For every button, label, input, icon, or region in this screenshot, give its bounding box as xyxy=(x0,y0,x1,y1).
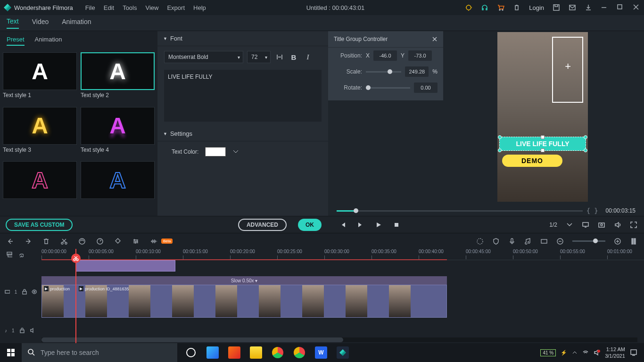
zoom-slider[interactable] xyxy=(572,240,605,242)
text-color-swatch[interactable] xyxy=(205,147,226,156)
timeline-ruler[interactable]: 00:00:00:0000:00:05:0000:00:10:0000:00:1… xyxy=(41,249,644,260)
music-icon[interactable] xyxy=(524,238,532,245)
mic-icon[interactable] xyxy=(508,238,516,245)
font-size-dropdown[interactable]: 72 xyxy=(247,51,271,63)
page-dropdown-icon[interactable] xyxy=(566,221,573,229)
taskbar-search[interactable]: Type here to search xyxy=(22,343,177,362)
zoom-out-icon[interactable] xyxy=(556,238,564,245)
link-icon[interactable] xyxy=(78,238,86,245)
timeline-scrollbar[interactable] xyxy=(41,337,637,342)
italic-button[interactable]: I xyxy=(303,52,313,62)
speed-icon[interactable] xyxy=(96,238,104,245)
resize-handle-bm[interactable] xyxy=(541,148,545,152)
menu-export[interactable]: Export xyxy=(167,4,185,11)
clock[interactable]: 1:12 AM 3/1/2021 xyxy=(605,346,625,359)
text-color-dropdown-icon[interactable] xyxy=(232,148,239,155)
trash-icon[interactable] xyxy=(513,4,520,11)
preset-item-1[interactable]: AText style 1 xyxy=(3,52,77,104)
save-as-custom-button[interactable]: SAVE AS CUSTOM xyxy=(6,219,73,231)
login-link[interactable]: Login xyxy=(529,4,544,11)
menu-tools[interactable]: Tools xyxy=(123,4,137,11)
preset-item-2[interactable]: AText style 2 xyxy=(81,52,155,104)
settings-section-header[interactable]: Settings xyxy=(157,126,328,141)
taskbar-movies[interactable] xyxy=(203,343,223,362)
resize-handle-bl[interactable] xyxy=(498,148,502,152)
fullscreen-icon[interactable] xyxy=(630,221,637,229)
fit-timeline-icon[interactable] xyxy=(630,238,637,245)
step-forward-icon[interactable] xyxy=(357,222,364,228)
aspect-icon[interactable] xyxy=(540,238,548,245)
stop-icon[interactable] xyxy=(393,222,400,228)
font-section-header[interactable]: Font xyxy=(157,31,328,46)
video-clip[interactable]: production production ID_4881635 xyxy=(41,285,447,318)
menu-help[interactable]: Help xyxy=(193,4,206,11)
timeline-layers-icon[interactable] xyxy=(7,252,12,257)
download-icon[interactable] xyxy=(585,4,592,11)
timeline-link-icon[interactable] xyxy=(18,252,24,257)
tab-video[interactable]: Video xyxy=(32,18,49,28)
window-minimize-icon[interactable] xyxy=(601,4,608,11)
position-x-input[interactable]: -46.0 xyxy=(373,50,397,61)
menu-edit[interactable]: Edit xyxy=(104,4,114,11)
snapshot-icon[interactable] xyxy=(598,221,605,229)
menu-view[interactable]: View xyxy=(145,4,158,11)
wifi-icon[interactable] xyxy=(582,349,589,356)
scale-input[interactable]: 249.28 xyxy=(405,66,429,77)
font-family-dropdown[interactable]: Montserrat Bold xyxy=(164,51,243,63)
brace-open-icon[interactable]: { xyxy=(586,207,590,214)
tray-chevron-icon[interactable] xyxy=(572,350,578,355)
taskbar-word[interactable]: W xyxy=(311,343,331,362)
taskbar-filmora[interactable] xyxy=(333,343,353,362)
resize-handle-tm[interactable] xyxy=(541,135,545,139)
display-icon[interactable] xyxy=(582,221,589,229)
taskbar-chrome[interactable] xyxy=(268,343,288,362)
start-button[interactable] xyxy=(0,343,22,362)
bold-button[interactable]: B xyxy=(289,52,299,62)
volume-icon[interactable] xyxy=(614,221,621,229)
zoom-in-icon[interactable] xyxy=(614,238,621,245)
taskbar-cortana[interactable] xyxy=(181,343,201,362)
playhead-cut-icon[interactable] xyxy=(71,254,81,263)
rotate-input[interactable]: 0.00 xyxy=(414,82,438,93)
battery-indicator[interactable]: 41 % xyxy=(540,349,556,356)
save-icon[interactable] xyxy=(553,4,560,11)
cart-icon[interactable] xyxy=(497,4,504,11)
taskbar-explorer[interactable] xyxy=(246,343,266,362)
speed-bar[interactable]: Slow 0.50x ▾ xyxy=(41,276,447,285)
render-icon[interactable] xyxy=(476,238,484,245)
eye-icon[interactable] xyxy=(32,289,37,295)
rotate-slider[interactable] xyxy=(366,87,410,89)
audio-wave-icon[interactable] xyxy=(150,238,157,245)
resize-handle-tr[interactable] xyxy=(584,135,587,139)
window-maximize-icon[interactable] xyxy=(617,4,624,11)
tab-animation[interactable]: Animation xyxy=(62,18,91,28)
step-back-icon[interactable] xyxy=(339,222,346,228)
position-y-input[interactable]: -73.0 xyxy=(408,50,432,61)
headphones-icon[interactable] xyxy=(481,4,488,11)
lock-icon[interactable] xyxy=(22,289,27,295)
ok-button[interactable]: OK xyxy=(298,219,322,231)
brace-close-icon[interactable]: } xyxy=(594,207,598,214)
tips-icon[interactable] xyxy=(465,4,472,11)
adjust-icon[interactable] xyxy=(132,238,140,245)
audio-lock-icon[interactable] xyxy=(19,328,25,333)
play-icon[interactable] xyxy=(375,222,382,228)
title-text-input[interactable]: LIVE LIFE FULLY xyxy=(164,70,322,122)
marker-icon[interactable] xyxy=(114,238,122,245)
mail-icon[interactable] xyxy=(569,4,576,11)
redo-icon[interactable] xyxy=(25,238,32,245)
tray-volume-icon[interactable] xyxy=(594,349,600,356)
seek-slider[interactable] xyxy=(337,210,583,212)
tracks-area[interactable]: Slow 0.50x ▾ production production ID_48… xyxy=(41,260,644,337)
delete-icon[interactable] xyxy=(42,238,50,245)
menu-file[interactable]: File xyxy=(85,4,95,11)
tray-bolt-icon[interactable]: ⚡ xyxy=(561,350,567,356)
preset-item-6[interactable]: AText style 6 xyxy=(81,161,155,213)
preset-item-5[interactable]: AText style 5 xyxy=(3,161,77,213)
shield-icon[interactable] xyxy=(492,238,500,245)
taskbar-chrome-2[interactable] xyxy=(289,343,309,362)
tgc-collapse-icon[interactable] xyxy=(432,36,438,42)
taskbar-office[interactable] xyxy=(224,343,244,362)
preset-item-3[interactable]: AText style 3 xyxy=(3,107,77,159)
scale-slider[interactable] xyxy=(366,71,401,73)
